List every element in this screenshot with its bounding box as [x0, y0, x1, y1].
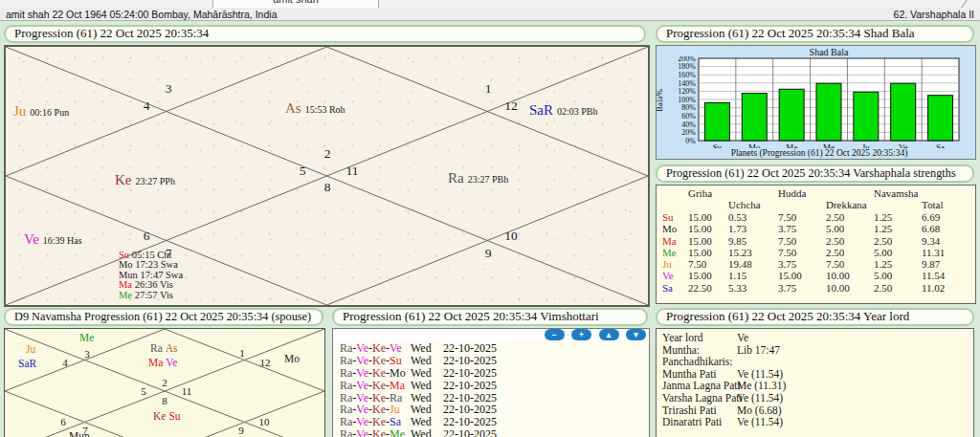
planet-detail: 27:57 Vis: [135, 290, 173, 300]
d9-chart[interactable]: 3 4 1 12 2 5 11 8 6 7 10 9 MeJuSaRRaAsMa…: [4, 328, 325, 437]
d9-group-center-lower: MaVe: [148, 357, 180, 368]
bar-Ma: [779, 89, 804, 141]
y-tick-label: 180%: [678, 62, 696, 71]
dasha-day: Wed: [411, 427, 443, 437]
dasha-row[interactable]: Ra-Ve-Ke-MoWed22-10-2025: [333, 366, 649, 379]
dasha-planet: Ke: [372, 427, 386, 437]
dasha-planet: Ke: [372, 379, 386, 392]
strength-value: 15.00: [778, 270, 802, 281]
planet-abbr: Su: [119, 250, 129, 260]
strength-value: 3.75: [778, 223, 796, 234]
strength-value: 2.50: [826, 211, 844, 223]
yearlord-row: Varsha Lagna PatiVe (11.54): [657, 392, 973, 404]
strength-value: 5.00: [826, 223, 844, 234]
house-number: 1: [485, 81, 492, 96]
strength-row: Ve15.001.1515.0010.005.0011.54: [657, 270, 975, 281]
dasha-planet: Ra: [340, 366, 352, 380]
strength-value: 9.87: [922, 258, 940, 270]
dasha-row[interactable]: Ra-Ve-Ke-JuWed22-10-2025: [333, 403, 649, 415]
dasha-row[interactable]: Ra-Ve-Ke-MaWed22-10-2025: [333, 379, 649, 391]
d9-group-center-upper: RaAs: [150, 342, 181, 354]
dasha-rows: Ra-Ve-Ke-VeWed22-10-2025Ra-Ve-Ke-SuWed22…: [333, 341, 649, 437]
planet-abbr: As: [166, 342, 178, 354]
dasha-planet: Ve: [390, 341, 402, 355]
dasha-planet: Ve: [356, 379, 368, 392]
dasha-planet: Ve: [356, 391, 368, 404]
bar-Su: [704, 102, 729, 141]
yearlord-value: Ve (11.54): [737, 416, 783, 427]
dasha-planet: Ra: [340, 391, 352, 404]
yearlord-label: Trirashi Pati: [662, 404, 717, 416]
planet-abbr: Mun: [69, 430, 90, 437]
dasha-planet: Ke: [372, 354, 386, 367]
bar-Ve: [891, 83, 916, 141]
house-number: 1: [239, 347, 245, 359]
dasha-row[interactable]: Ra-Ve-Ke-MeWed22-10-2025: [333, 427, 649, 437]
scroll-up-button[interactable]: ▲: [599, 329, 619, 340]
house-number: 10: [504, 229, 518, 243]
planet-abbr: Ve: [166, 357, 177, 368]
strength-value: 6.69: [922, 211, 940, 223]
d9-title: D9 Navamsha Progression (61) 22 Oct 2025…: [4, 308, 323, 326]
strength-value: 5.33: [728, 282, 746, 294]
planet-detail: 23:27 PPh: [136, 176, 175, 186]
y-tick-label: 100%: [678, 96, 696, 104]
yearlord-label: Panchadhikaris:: [662, 356, 732, 367]
vimshottari-list: − + ▲ ▼ Ra-Ve-Ke-VeWed22-10-2025Ra-Ve-Ke…: [332, 328, 650, 437]
chart-tab[interactable]: amit shah: [212, 0, 379, 8]
strength-value: 15.00: [688, 211, 712, 223]
scroll-down-button[interactable]: ▼: [626, 329, 646, 340]
house-number: 12: [260, 357, 271, 368]
main-chart[interactable]: 3 4 1 12 2 5 11 8 6 7 10 9 Ju 00:16 Pun …: [4, 45, 650, 307]
yearlord-rows: Year lordVeMuntha:Lib 17:47Panchadhikari…: [657, 332, 973, 428]
column-header: Navamsha: [874, 187, 918, 199]
y-tick-label: 20%: [681, 128, 696, 137]
house-number: 9: [485, 246, 492, 260]
dasha-planet: Ke: [372, 341, 386, 355]
planet-rahu: Ra 23:27 PBh: [448, 169, 508, 186]
strength-row: Ju7.5019.483.757.501.259.87: [657, 258, 975, 270]
planet-abbr: SaR: [18, 358, 36, 369]
y-tick-label: 60%: [681, 112, 696, 120]
zoom-out-button[interactable]: −: [545, 329, 565, 340]
y-tick-label: 160%: [678, 71, 696, 79]
column-header: Hudda: [778, 187, 806, 199]
shadbala-chart[interactable]: Shad Bala Bala% 0%20%40%60%80%100%120%14…: [656, 45, 976, 160]
planet-abbr: Me: [79, 332, 94, 343]
dasha-planet: Ve: [356, 354, 368, 367]
house-number: 3: [166, 81, 172, 96]
strength-value: 15.00: [688, 247, 712, 258]
strength-row: Mo15.001.733.755.001.256.68: [657, 223, 975, 234]
yearlord-value: Ve (11.54): [737, 392, 783, 404]
planet-abbr: Su: [168, 410, 180, 422]
planet-detail: 23:27 PBh: [468, 174, 509, 185]
column-header: Uchcha: [728, 199, 761, 210]
zoom-in-button[interactable]: +: [571, 329, 591, 340]
strength-value: 11.02: [922, 282, 945, 294]
planet-abbr: Ma: [662, 235, 677, 247]
dasha-row[interactable]: Ra-Ve-Ke-SaWed22-10-2025: [333, 415, 649, 427]
yearlord-value: Lib 17:47: [737, 344, 780, 356]
main-chart-lines: 3 4 1 12 2 5 11 8 6 7 10 9: [6, 47, 648, 305]
planet-detail: 02:03 PBh: [557, 106, 598, 117]
yearlord-row: Muntha:Lib 17:47: [657, 344, 973, 357]
planet-abbr: Ma: [148, 357, 163, 368]
planet-abbr: Me: [119, 290, 132, 300]
planet-detail: 05:15 Cht: [132, 250, 172, 260]
yearlord-label: Muntha:: [662, 344, 700, 356]
house-number: 6: [144, 229, 150, 243]
dasha-row[interactable]: Ra-Ve-Ke-RaWed22-10-2025: [333, 391, 649, 404]
dasha-row[interactable]: Ra-Ve-Ke-SuWed22-10-2025: [333, 354, 649, 366]
yearlord-table: Year lordVeMuntha:Lib 17:47Panchadhikari…: [656, 328, 974, 437]
info-bar: amit shah 22 Oct 1964 05:24:00 Bombay, M…: [0, 8, 980, 21]
strength-value: 7.50: [778, 211, 796, 223]
bar-Me: [816, 83, 841, 141]
yearlord-value: Ve (11.54): [737, 368, 783, 380]
strength-value: 19.48: [728, 258, 752, 270]
strength-value: 2.50: [874, 282, 892, 294]
d9-group-bottom-center: KeSu: [153, 410, 184, 422]
dasha-planet: Me: [390, 427, 405, 437]
planet-abbr: Mo: [662, 223, 677, 234]
strength-value: 1.15: [728, 270, 746, 281]
yearlord-row: Janma Lagna PatiMe (11.31): [657, 380, 973, 392]
